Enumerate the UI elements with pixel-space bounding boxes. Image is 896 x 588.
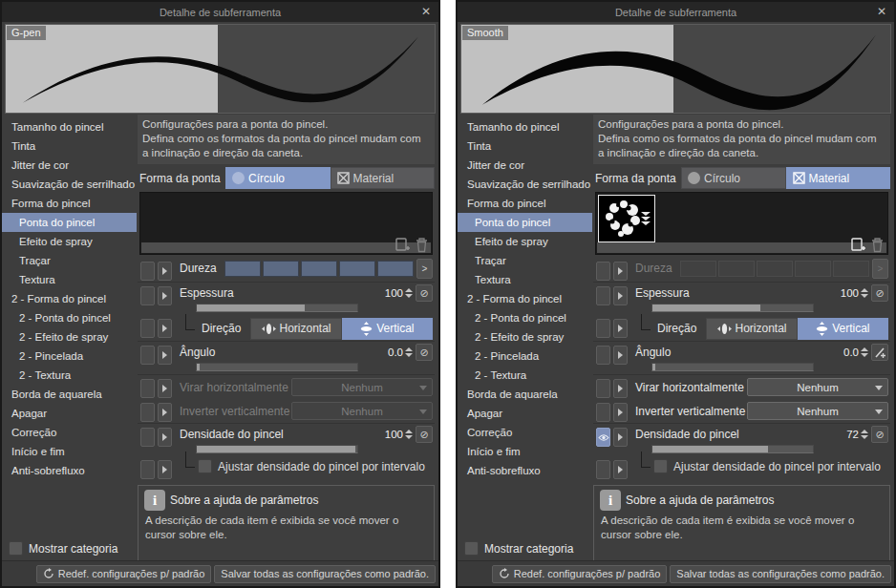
material-thumbnail[interactable] bbox=[598, 195, 655, 242]
hardness-preset-4[interactable] bbox=[795, 261, 831, 277]
dynamics-toggle[interactable] bbox=[140, 262, 155, 281]
reset-defaults-button[interactable]: Redef. configurações p/ padrão bbox=[36, 565, 212, 583]
sidebar-item-ponta-do-pincel[interactable]: Ponta do pincel bbox=[458, 213, 592, 232]
direction-vertical-button[interactable]: Vertical bbox=[342, 318, 433, 340]
angle-stepper[interactable] bbox=[861, 347, 868, 357]
expand-arrow-icon[interactable] bbox=[613, 460, 628, 479]
dynamics-toggle[interactable] bbox=[596, 460, 610, 479]
no-dynamics-icon[interactable]: ⊘ bbox=[416, 344, 433, 361]
sidebar-item-efeito-de-spray[interactable]: Efeito de spray bbox=[2, 232, 137, 251]
close-icon[interactable]: ✕ bbox=[421, 4, 431, 19]
density-stepper[interactable] bbox=[405, 430, 413, 439]
close-icon[interactable]: ✕ bbox=[877, 4, 886, 19]
no-dynamics-icon[interactable]: ⊘ bbox=[416, 426, 433, 443]
flip-vertical-dropdown[interactable]: Nenhum bbox=[291, 402, 433, 420]
dynamics-toggle[interactable] bbox=[140, 379, 155, 398]
dynamics-toggle[interactable] bbox=[140, 460, 155, 479]
sidebar-item-apagar[interactable]: Apagar bbox=[458, 404, 592, 423]
angle-slider[interactable] bbox=[196, 363, 358, 371]
sidebar-item-2-textura[interactable]: 2 - Textura bbox=[458, 366, 592, 385]
hardness-preset-1[interactable] bbox=[224, 261, 261, 277]
sidebar-item-2-forma-do-pincel[interactable]: 2 - Forma do pincel bbox=[458, 289, 592, 308]
expand-arrow-icon[interactable] bbox=[613, 346, 628, 365]
hardness-preset-2[interactable] bbox=[718, 261, 755, 277]
sidebar-item-jitter-de-cor[interactable]: Jitter de cor bbox=[458, 156, 592, 175]
expand-arrow-icon[interactable] bbox=[613, 379, 628, 398]
hardness-more-button[interactable]: > bbox=[872, 259, 888, 279]
tab-circle[interactable]: Círculo bbox=[225, 167, 331, 189]
sidebar-item-2-pincelada[interactable]: 2 - Pincelada bbox=[2, 346, 137, 366]
sidebar-item-2-ponta-do-pincel[interactable]: 2 - Ponta do pincel bbox=[458, 308, 592, 327]
hardness-preset-3[interactable] bbox=[301, 261, 337, 277]
dynamics-toggle[interactable] bbox=[596, 379, 610, 398]
adjust-density-checkbox[interactable] bbox=[198, 459, 212, 473]
sidebar-item-tamanho-do-pincel[interactable]: Tamanho do pincel bbox=[458, 117, 592, 136]
sidebar-item-jitter-de-cor[interactable]: Jitter de cor bbox=[2, 156, 137, 175]
direction-horizontal-button[interactable]: Horizontal bbox=[250, 318, 341, 340]
delete-material-icon[interactable] bbox=[870, 237, 885, 253]
sidebar-item-suavizacao[interactable]: Suavização de serrilhado bbox=[458, 175, 592, 194]
sidebar-item-2-efeito-de-spray[interactable]: 2 - Efeito de spray bbox=[2, 327, 137, 346]
material-options-icon[interactable] bbox=[641, 212, 651, 225]
sidebar-item-2-ponta-do-pincel[interactable]: 2 - Ponta do pincel bbox=[2, 308, 137, 327]
dynamics-toggle[interactable] bbox=[140, 319, 155, 338]
expand-arrow-icon[interactable] bbox=[158, 286, 172, 305]
hardness-preset-5[interactable] bbox=[377, 261, 414, 277]
thickness-stepper[interactable] bbox=[405, 288, 413, 298]
expand-arrow-icon[interactable] bbox=[158, 428, 172, 447]
dynamics-toggle[interactable] bbox=[596, 262, 610, 281]
add-material-icon[interactable] bbox=[395, 237, 411, 253]
sidebar-item-suavizacao[interactable]: Suavização de serrilhado bbox=[2, 175, 137, 194]
sidebar-item-correcao[interactable]: Correção bbox=[2, 423, 137, 442]
sidebar-item-borda-de-aquarela[interactable]: Borda de aquarela bbox=[2, 385, 137, 404]
sidebar-item-inicio-e-fim[interactable]: Início e fim bbox=[458, 442, 592, 461]
sidebar-item-tamanho-do-pincel[interactable]: Tamanho do pincel bbox=[2, 117, 137, 136]
density-slider[interactable] bbox=[196, 445, 358, 453]
sidebar-item-inicio-e-fim[interactable]: Início e fim bbox=[2, 442, 137, 461]
thickness-slider[interactable] bbox=[651, 304, 814, 312]
no-dynamics-icon[interactable]: ⊘ bbox=[871, 284, 888, 302]
reset-defaults-button[interactable]: Redef. configurações p/ padrão bbox=[492, 565, 668, 583]
angle-slider[interactable] bbox=[651, 363, 814, 371]
dynamics-toggle[interactable] bbox=[596, 286, 610, 305]
no-dynamics-icon[interactable]: ⊘ bbox=[871, 426, 888, 443]
sidebar-item-borda-de-aquarela[interactable]: Borda de aquarela bbox=[458, 385, 592, 404]
no-dynamics-icon[interactable]: ⊘ bbox=[416, 284, 433, 302]
density-stepper[interactable] bbox=[861, 430, 868, 439]
sidebar-item-tinta[interactable]: Tinta bbox=[458, 136, 592, 156]
save-all-defaults-button[interactable]: Salvar todas as configurações como padrã… bbox=[214, 565, 436, 583]
direction-horizontal-button[interactable]: Horizontal bbox=[706, 318, 797, 340]
expand-arrow-icon[interactable] bbox=[158, 346, 172, 365]
sidebar-item-correcao[interactable]: Correção bbox=[458, 423, 592, 442]
sidebar-item-anti-sobrefluxo[interactable]: Anti-sobrefluxo bbox=[458, 461, 592, 480]
expand-arrow-icon[interactable] bbox=[158, 379, 172, 398]
sidebar-item-textura[interactable]: Textura bbox=[2, 270, 137, 289]
tab-material[interactable]: Material bbox=[331, 167, 436, 189]
dynamics-toggle[interactable] bbox=[596, 346, 610, 365]
tab-material[interactable]: Material bbox=[786, 167, 891, 189]
sidebar-item-forma-do-pincel[interactable]: Forma do pincel bbox=[458, 194, 592, 213]
adjust-density-checkbox[interactable] bbox=[653, 459, 668, 473]
tab-circle[interactable]: Círculo bbox=[681, 167, 786, 189]
direction-vertical-button[interactable]: Vertical bbox=[798, 318, 888, 340]
delete-material-icon[interactable] bbox=[415, 237, 429, 253]
hardness-preset-5[interactable] bbox=[833, 261, 869, 277]
flip-horizontal-dropdown[interactable]: Nenhum bbox=[747, 378, 888, 396]
sidebar-item-tracar[interactable]: Traçar bbox=[2, 251, 137, 270]
expand-arrow-icon[interactable] bbox=[613, 319, 628, 338]
flip-vertical-dropdown[interactable]: Nenhum bbox=[747, 402, 888, 420]
dynamics-toggle[interactable] bbox=[140, 428, 155, 447]
material-scrollbar[interactable] bbox=[597, 242, 886, 253]
sidebar-item-tinta[interactable]: Tinta bbox=[2, 136, 137, 156]
thickness-slider[interactable] bbox=[196, 304, 358, 312]
expand-arrow-icon[interactable] bbox=[613, 286, 628, 305]
hardness-more-button[interactable]: > bbox=[416, 259, 433, 279]
sidebar-item-2-forma-do-pincel[interactable]: 2 - Forma do pincel bbox=[2, 289, 137, 308]
material-scrollbar[interactable] bbox=[141, 242, 431, 253]
expand-arrow-icon[interactable] bbox=[613, 262, 628, 281]
expand-arrow-icon[interactable] bbox=[158, 262, 172, 281]
dynamics-toggle[interactable] bbox=[140, 403, 155, 422]
titlebar[interactable]: Detalhe de subferramenta ✕ bbox=[458, 2, 894, 22]
hardness-preset-1[interactable] bbox=[680, 261, 716, 277]
material-list-area[interactable] bbox=[595, 192, 888, 255]
